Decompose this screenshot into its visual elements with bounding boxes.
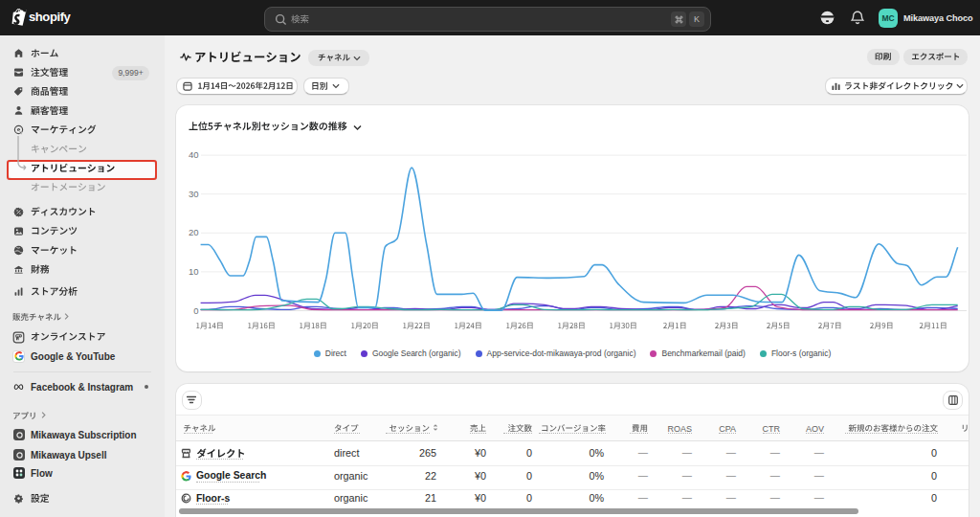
svg-text:10: 10 xyxy=(189,266,199,277)
svg-text:20: 20 xyxy=(189,227,199,237)
svg-text:40: 40 xyxy=(189,149,199,160)
svg-text:0: 0 xyxy=(193,305,198,316)
svg-text:30: 30 xyxy=(189,189,199,199)
